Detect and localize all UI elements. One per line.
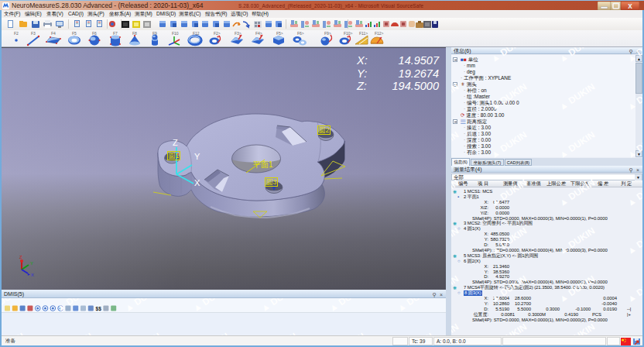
svg-text:F11>: F11> [359,31,368,36]
svg-text:F2>: F2> [214,31,221,36]
svg-text:F5: F5 [72,31,77,36]
svg-text:F12: F12 [193,31,200,36]
svg-text:F10>: F10> [344,31,353,36]
svg-text:F3>: F3> [235,31,242,36]
svg-text:F7: F7 [113,31,118,36]
svg-text:F12>: F12> [375,31,384,36]
svg-text:F9>: F9> [324,31,331,36]
svg-text:F6>: F6> [297,31,304,36]
svg-text:X: X [31,273,34,277]
svg-text:F2: F2 [14,31,19,36]
svg-text:x: x [628,2,632,10]
svg-text:F4>: F4> [255,31,262,36]
svg-text:F8: F8 [132,31,137,36]
svg-text:F10: F10 [172,31,179,36]
svg-text:F6: F6 [92,31,97,36]
svg-text:F3: F3 [31,31,36,36]
svg-text:Y: Y [30,261,33,266]
svg-text:F4: F4 [51,31,56,36]
svg-text:F5>: F5> [276,31,283,36]
svg-text:Z: Z [19,255,22,259]
svg-text:$$: $$ [96,306,102,312]
